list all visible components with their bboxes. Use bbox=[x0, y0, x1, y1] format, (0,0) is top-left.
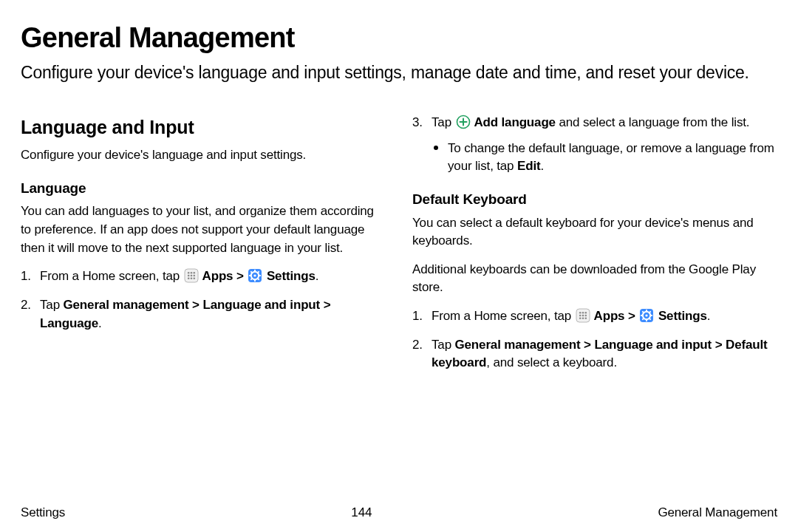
path-language: Language bbox=[40, 316, 98, 330]
step-text: From a Home screen, tap bbox=[40, 269, 183, 283]
page-intro: Configure your device's language and inp… bbox=[21, 61, 777, 84]
keyboard-steps: From a Home screen, tap Apps > Settings.… bbox=[412, 307, 777, 372]
heading-default-keyboard: Default Keyboard bbox=[412, 189, 777, 210]
footer-right: General Management bbox=[658, 505, 777, 520]
language-input-description: Configure your device's language and inp… bbox=[21, 146, 386, 165]
chevron-icon: > bbox=[236, 269, 244, 283]
chevron-icon: > bbox=[192, 298, 200, 312]
apps-label: Apps bbox=[591, 309, 625, 323]
chevron-icon: > bbox=[628, 309, 635, 323]
chevron-icon: > bbox=[584, 338, 591, 352]
period: . bbox=[707, 309, 711, 323]
add-language-label: Add language bbox=[471, 115, 556, 129]
settings-icon bbox=[639, 308, 654, 323]
heading-language-and-input: Language and Input bbox=[21, 114, 386, 140]
path-general-management: General management bbox=[64, 298, 189, 312]
settings-label: Settings bbox=[655, 309, 706, 323]
content-columns: Language and Input Configure your device… bbox=[21, 114, 777, 501]
path-general-management: General management bbox=[455, 338, 581, 352]
page-footer: Settings 144 General Management bbox=[21, 505, 777, 520]
language-steps-continued: Tap Add language and select a language f… bbox=[412, 114, 777, 176]
language-step-1: From a Home screen, tap Apps > Settings. bbox=[21, 267, 386, 286]
period: . bbox=[316, 269, 319, 283]
keyboard-step-1: From a Home screen, tap Apps > Settings. bbox=[412, 307, 777, 326]
language-description: You can add languages to your list, and … bbox=[21, 202, 386, 257]
page-title: General Management bbox=[21, 22, 777, 54]
path-language-and-input: Language and input bbox=[202, 298, 320, 312]
right-column: Tap Add language and select a language f… bbox=[412, 114, 777, 501]
step-text: From a Home screen, tap bbox=[432, 309, 575, 323]
default-keyboard-description-2: Additional keyboards can be downloaded f… bbox=[412, 261, 777, 297]
apps-icon bbox=[576, 308, 590, 323]
step-text: Tap bbox=[432, 338, 455, 352]
footer-page-number: 144 bbox=[351, 505, 372, 520]
period: . bbox=[540, 159, 544, 173]
language-step-3: Tap Add language and select a language f… bbox=[412, 114, 777, 176]
path-language-and-input: Language and input bbox=[594, 338, 712, 352]
step-text-tail: and select a language from the list. bbox=[556, 115, 749, 129]
chevron-icon: > bbox=[324, 298, 331, 312]
step-text: Tap bbox=[40, 298, 64, 312]
language-step-2: Tap General management > Language and in… bbox=[21, 296, 386, 332]
step-text-tail: , and select a keyboard. bbox=[486, 355, 617, 369]
settings-label: Settings bbox=[263, 269, 315, 283]
step-text: Tap bbox=[432, 115, 455, 129]
edit-label: Edit bbox=[517, 159, 540, 173]
language-substep-edit: To change the default language, or remov… bbox=[432, 140, 777, 176]
apps-icon bbox=[184, 268, 199, 283]
footer-left: Settings bbox=[21, 505, 65, 520]
plus-icon bbox=[456, 115, 471, 129]
apps-label: Apps bbox=[200, 269, 233, 283]
language-substeps: To change the default language, or remov… bbox=[432, 140, 777, 176]
substep-text: To change the default language, or remov… bbox=[448, 141, 774, 174]
default-keyboard-description-1: You can select a default keyboard for yo… bbox=[412, 214, 777, 250]
chevron-icon: > bbox=[715, 338, 723, 352]
period: . bbox=[98, 316, 102, 330]
language-steps: From a Home screen, tap Apps > Settings.… bbox=[21, 267, 386, 332]
heading-language: Language bbox=[21, 178, 386, 199]
settings-icon bbox=[248, 268, 262, 283]
keyboard-step-2: Tap General management > Language and in… bbox=[412, 336, 777, 372]
left-column: Language and Input Configure your device… bbox=[21, 114, 386, 501]
